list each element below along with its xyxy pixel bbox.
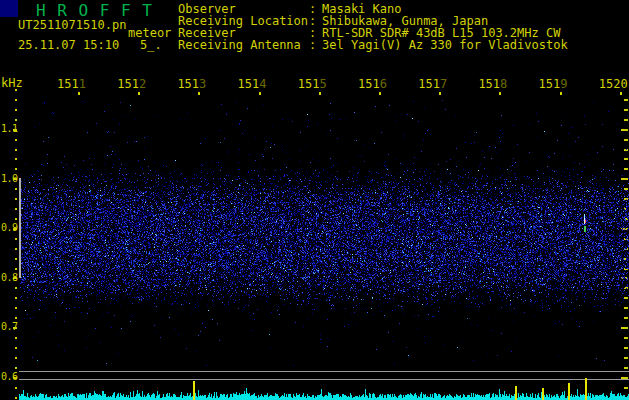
frequency-axis-tick-left <box>15 208 17 210</box>
time-axis-label-last-digit: 8 <box>500 77 507 91</box>
time-axis-label: 1517 <box>418 78 447 90</box>
time-axis-tick <box>620 92 622 95</box>
time-axis-label-last-digit: 5 <box>319 77 326 91</box>
output-filename-label: UT2511071510.pn <box>18 19 126 31</box>
legend-color-square <box>0 0 18 17</box>
info-separator: : <box>309 39 316 51</box>
time-axis-tick <box>198 92 200 95</box>
time-axis-tick <box>78 92 80 95</box>
frequency-axis-tick-left <box>15 307 17 309</box>
frequency-axis-tick-left <box>15 109 17 111</box>
frequency-axis-tick-left <box>15 268 17 270</box>
frequency-axis-tick-left <box>13 228 17 230</box>
frequency-axis-tick-left <box>15 238 17 240</box>
receiver-info-row: Receiving Antenna:3el Yagi(V) Az 330 for… <box>178 39 568 51</box>
frequency-axis-tick-left <box>15 367 17 369</box>
frequency-axis-tick-left <box>15 119 17 121</box>
time-axis-label-last-digit: 7 <box>440 77 447 91</box>
frequency-axis-tick-left <box>15 387 17 389</box>
datetime-label: 25.11.07 15:10 <box>18 39 119 51</box>
time-axis-tick <box>319 92 321 95</box>
hrofft-app-window: H R O F F T UT2511071510.pn meteor 25.11… <box>0 0 629 400</box>
frequency-axis-tick-left <box>15 397 17 399</box>
frequency-axis-tick-left <box>15 337 17 339</box>
time-axis-label-text: 151 <box>418 77 440 91</box>
frequency-axis-tick-left <box>15 248 17 250</box>
time-axis-label-text: 151 <box>238 77 260 91</box>
frequency-axis-tick-left <box>13 277 17 279</box>
frequency-axis-tick-left <box>15 149 17 151</box>
time-axis-label: 1516 <box>358 78 387 90</box>
time-axis-tick <box>560 92 562 95</box>
frequency-axis-tick-left <box>15 99 17 101</box>
time-axis-label: 1519 <box>539 78 568 90</box>
time-axis-label-text: 151 <box>177 77 199 91</box>
time-axis-label: 1513 <box>177 78 206 90</box>
frequency-axis-tick-left <box>15 139 17 141</box>
time-axis-label: 1511 <box>57 78 86 90</box>
frequency-axis-tick-left <box>13 178 17 180</box>
level-reference-line-upper <box>19 371 629 372</box>
time-axis-label: 1520 <box>599 78 628 90</box>
frequency-axis-tick-left <box>15 317 17 319</box>
time-axis-label-last-digit: 2 <box>139 77 146 91</box>
frequency-axis-tick-left <box>15 168 17 170</box>
time-axis-label: 1512 <box>117 78 146 90</box>
time-axis-tick <box>259 92 261 95</box>
time-axis-label-text: 151 <box>298 77 320 91</box>
time-axis-label: 1518 <box>478 78 507 90</box>
signal-level-strip-canvas <box>19 378 629 400</box>
time-axis-label-last-digit: 4 <box>259 77 266 91</box>
time-axis-label: 1514 <box>238 78 267 90</box>
frequency-axis-tick-left <box>13 129 17 131</box>
time-axis-label-text: 151 <box>478 77 500 91</box>
time-axis-label-text: 151 <box>539 77 561 91</box>
frequency-axis-tick-right <box>624 367 628 369</box>
info-label: Receiving Antenna <box>178 39 309 51</box>
time-axis-label: 1515 <box>298 78 327 90</box>
time-axis-label-last-digit: 3 <box>199 77 206 91</box>
frequency-axis-tick-left <box>15 347 17 349</box>
time-axis-label-last-digit: 9 <box>560 77 567 91</box>
time-axis-tick <box>499 92 501 95</box>
frequency-axis-tick-left <box>13 327 17 329</box>
echo-count-label: 5_. <box>140 39 162 51</box>
noise-band-marker-line <box>19 178 21 278</box>
frequency-axis-tick-left <box>15 357 17 359</box>
time-axis-label-text: 151 <box>358 77 380 91</box>
time-axis-tick <box>379 92 381 95</box>
frequency-axis-tick-left <box>15 188 17 190</box>
spectrogram-canvas <box>20 100 629 366</box>
frequency-axis-tick-left <box>15 297 17 299</box>
time-axis-label-last-digit: 6 <box>380 77 387 91</box>
time-axis-label-last-digit: 1 <box>79 77 86 91</box>
frequency-axis-tick-left <box>15 287 17 289</box>
time-axis-label-text: 151 <box>117 77 139 91</box>
frequency-axis-tick-left <box>15 198 17 200</box>
frequency-axis-tick-left <box>15 89 17 91</box>
time-axis-tick <box>138 92 140 95</box>
frequency-axis-tick-left <box>15 218 17 220</box>
time-axis-label-text: 151 <box>57 77 79 91</box>
frequency-unit-label: kHz <box>1 77 23 89</box>
frequency-axis-tick-left <box>15 258 17 260</box>
frequency-axis-tick-left <box>13 377 17 379</box>
info-value: 3el Yagi(V) Az 330 for Vladivostok <box>322 39 568 51</box>
receiver-info-table: Observer:Masaki KanoReceiving Location:S… <box>178 3 568 51</box>
time-axis-tick <box>439 92 441 95</box>
frequency-axis-tick-left <box>15 158 17 160</box>
app-title: H R O F F T <box>36 3 153 19</box>
